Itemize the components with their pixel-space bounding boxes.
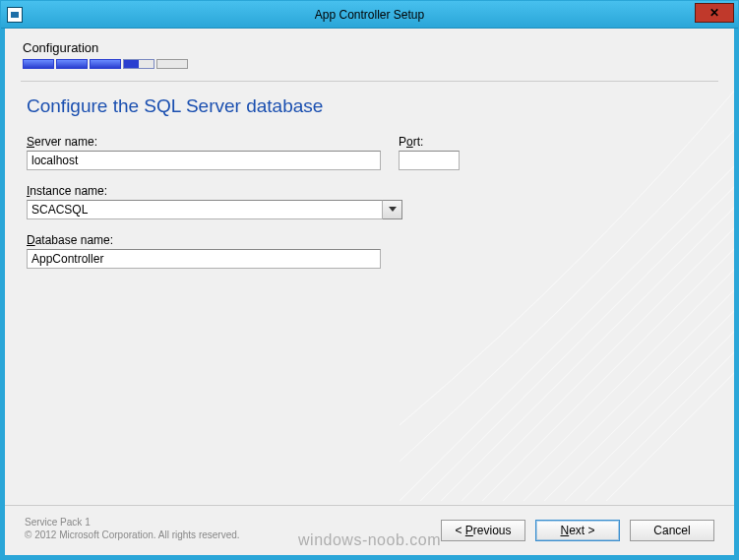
progress-segment <box>123 59 154 69</box>
window-title: App Controller Setup <box>1 8 738 22</box>
footer-info: Service Pack 1 © 2012 Microsoft Corporat… <box>25 516 240 541</box>
instance-name-input[interactable] <box>27 200 383 219</box>
instance-dropdown-button[interactable] <box>383 200 402 219</box>
close-button[interactable]: ✕ <box>695 3 734 23</box>
copyright-text: © 2012 Microsoft Corporation. All rights… <box>25 529 240 541</box>
footer-bar: Service Pack 1 © 2012 Microsoft Corporat… <box>5 505 734 555</box>
content-area: Configuration Configure the SQL Server d… <box>1 29 738 559</box>
instance-name-label: Instance name:Instance name: <box>27 184 402 198</box>
page-title: Configure the SQL Server database <box>27 95 712 117</box>
progress-segment <box>23 59 54 69</box>
next-button[interactable]: Next >Next > <box>535 520 620 541</box>
svg-marker-0 <box>389 207 397 212</box>
port-label: Port:Port: <box>399 135 460 149</box>
progress-segment <box>90 59 121 69</box>
progress-header: Configuration <box>5 29 734 75</box>
server-name-label: SServer name:erver name: <box>27 135 381 149</box>
port-input[interactable] <box>399 151 460 170</box>
setup-window: App Controller Setup ✕ <box>0 0 739 560</box>
chevron-down-icon <box>389 207 397 213</box>
progress-segment <box>56 59 88 69</box>
instance-name-combo[interactable] <box>27 200 402 219</box>
title-bar[interactable]: App Controller Setup ✕ <box>1 1 738 29</box>
close-icon: ✕ <box>709 6 719 20</box>
service-pack-text: Service Pack 1 <box>25 516 240 529</box>
cancel-button[interactable]: Cancel <box>630 520 714 541</box>
database-name-input[interactable] <box>27 249 381 269</box>
form-area: Configure the SQL Server database SServe… <box>5 88 734 288</box>
server-name-input[interactable] <box>27 151 381 170</box>
divider <box>21 81 718 82</box>
progress-segment <box>156 59 188 69</box>
step-name: Configuration <box>23 40 716 55</box>
progress-bar <box>23 59 716 69</box>
database-name-label: Database name:Database name: <box>27 233 381 247</box>
previous-button[interactable]: < Previous< Previous <box>441 520 525 541</box>
